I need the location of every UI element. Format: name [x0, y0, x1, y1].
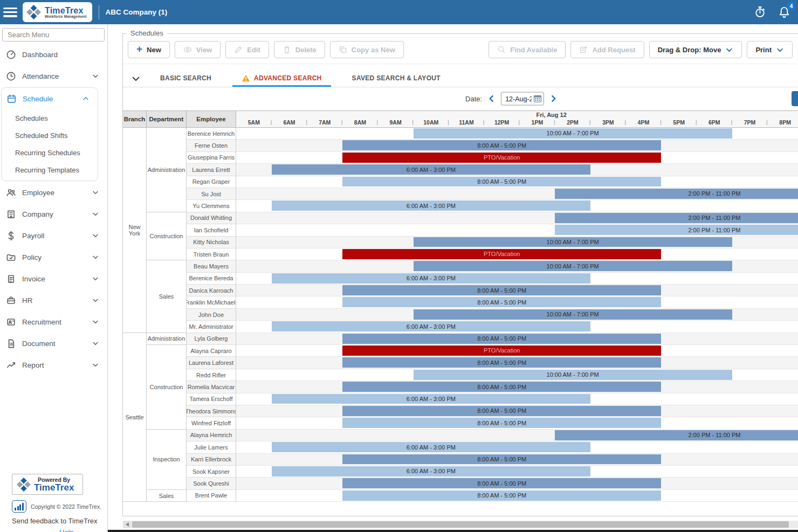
timeline-row[interactable]: 8:00 AM - 5:00 PM: [236, 381, 798, 393]
timeline-row[interactable]: 10:00 AM - 7:00 PM: [236, 128, 798, 140]
timeline-row[interactable]: 8:00 AM - 5:00 PM: [236, 333, 798, 345]
chevron-down-icon: [91, 296, 100, 305]
chevron-right-icon[interactable]: [549, 94, 558, 103]
clipped-edge-button[interactable]: [792, 91, 798, 106]
shift-bar[interactable]: 8:00 AM - 5:00 PM: [342, 140, 661, 150]
new-button[interactable]: + New: [128, 41, 170, 58]
sidebar-item-report[interactable]: Report: [0, 354, 107, 376]
shift-bar[interactable]: 8:00 AM - 5:00 PM: [342, 478, 661, 488]
sidebar-item-hr[interactable]: HR: [0, 289, 107, 311]
timeline-row[interactable]: 6:00 AM - 3:00 PM: [236, 393, 798, 405]
timeline-row[interactable]: 8:00 AM - 5:00 PM: [236, 454, 798, 466]
timeline-row[interactable]: 6:00 AM - 3:00 PM: [236, 466, 798, 478]
shift-bar[interactable]: 10:00 AM - 7:00 PM: [414, 309, 732, 320]
search-menu-input[interactable]: [2, 28, 105, 42]
timeline-row[interactable]: 8:00 AM - 5:00 PM: [236, 357, 798, 369]
sidebar-item-payroll[interactable]: Payroll: [0, 225, 107, 246]
chevron-left-icon[interactable]: [487, 94, 496, 103]
timeline-row[interactable]: 8:00 AM - 5:00 PM: [236, 296, 798, 308]
sidebar-item-employee[interactable]: Employee: [0, 182, 107, 203]
shift-bar[interactable]: 6:00 AM - 3:00 PM: [272, 201, 590, 211]
scrollbar-thumb[interactable]: [132, 521, 789, 528]
shift-bar[interactable]: 10:00 AM - 7:00 PM: [414, 261, 732, 271]
shift-bar[interactable]: 8:00 AM - 5:00 PM: [342, 357, 661, 368]
timeline-row[interactable]: 8:00 AM - 5:00 PM: [236, 176, 798, 188]
scrollbar-track[interactable]: [131, 521, 798, 528]
shift-bar[interactable]: 8:00 AM - 5:00 PM: [342, 297, 661, 307]
timeline-row[interactable]: 6:00 AM - 3:00 PM: [236, 321, 798, 333]
timeline-row[interactable]: 8:00 AM - 5:00 PM: [236, 490, 798, 502]
shift-bar[interactable]: 6:00 AM - 3:00 PM: [272, 394, 590, 404]
bell-icon[interactable]: 4: [778, 6, 790, 18]
shift-bar[interactable]: 8:00 AM - 5:00 PM: [342, 490, 661, 501]
shift-bar[interactable]: 10:00 AM - 7:00 PM: [414, 370, 732, 380]
timeline-row[interactable]: 8:00 AM - 5:00 PM: [236, 417, 798, 429]
hamburger-menu-icon[interactable]: [2, 6, 18, 18]
shift-bar[interactable]: 2:00 PM - 11:00 PM: [555, 189, 798, 199]
pto-shift-bar[interactable]: PTO/Vacation: [342, 346, 661, 356]
shift-bar[interactable]: 6:00 AM - 3:00 PM: [272, 321, 590, 331]
shift-bar[interactable]: 2:00 PM - 11:00 PM: [555, 225, 798, 235]
shift-bar[interactable]: 8:00 AM - 5:00 PM: [342, 406, 661, 416]
timeline-row[interactable]: PTO/Vacation: [236, 152, 798, 164]
drag-drop-mode-button[interactable]: Drag & Drop: Move: [649, 41, 742, 58]
timeline-row[interactable]: 6:00 AM - 3:00 PM: [236, 441, 798, 453]
print-button[interactable]: Print: [747, 41, 793, 58]
shift-bar[interactable]: 6:00 AM - 3:00 PM: [272, 466, 590, 476]
shift-bar[interactable]: 8:00 AM - 5:00 PM: [342, 285, 661, 295]
bar-chart-icon[interactable]: [12, 500, 26, 513]
sidebar-item-invoice[interactable]: Invoice: [0, 268, 107, 289]
timeline-row[interactable]: 10:00 AM - 7:00 PM: [236, 309, 798, 321]
stopwatch-icon[interactable]: [754, 6, 766, 18]
timeline-row[interactable]: 6:00 AM - 3:00 PM: [236, 273, 798, 285]
sidebar-item-recruitment[interactable]: Recruitment: [0, 311, 107, 333]
timeline-row[interactable]: 10:00 AM - 7:00 PM: [236, 369, 798, 381]
shift-bar[interactable]: 10:00 AM - 7:00 PM: [414, 128, 732, 139]
sidebar-subitem-recurring-templates[interactable]: Recurring Templates: [2, 161, 98, 178]
sidebar-subitem-scheduled-shifts[interactable]: Scheduled Shifts: [2, 127, 98, 144]
shift-bar[interactable]: 2:00 PM - 11:00 PM: [555, 430, 798, 440]
sidebar-item-company[interactable]: Company: [0, 203, 107, 225]
timeline-row[interactable]: 10:00 AM - 7:00 PM: [236, 237, 798, 248]
sidebar-subitem-recurring-schedules[interactable]: Recurring Schedules: [2, 144, 98, 161]
shift-bar[interactable]: 6:00 AM - 3:00 PM: [272, 442, 590, 452]
tab-advanced-search[interactable]: ADVANCED SEARCH: [232, 71, 331, 87]
timeline-row[interactable]: 2:00 PM - 11:00 PM: [236, 430, 798, 441]
sidebar-item-document[interactable]: Document: [0, 333, 107, 354]
scroll-left-arrow[interactable]: [123, 521, 131, 528]
collapse-panel-icon[interactable]: [127, 71, 145, 87]
calendar-icon[interactable]: [533, 94, 542, 103]
shift-bar[interactable]: 2:00 PM - 11:00 PM: [555, 213, 798, 223]
shift-bar[interactable]: 8:00 AM - 5:00 PM: [342, 334, 661, 344]
timeline-row[interactable]: 8:00 AM - 5:00 PM: [236, 140, 798, 151]
shift-bar[interactable]: 8:00 AM - 5:00 PM: [342, 418, 661, 428]
send-feedback-link[interactable]: Send feedback to TimeTrex: [12, 517, 107, 525]
sidebar-item-dashboard[interactable]: Dashboard: [0, 44, 107, 65]
sidebar-item-policy[interactable]: Policy: [0, 246, 107, 268]
timeline-row[interactable]: 6:00 AM - 3:00 PM: [236, 164, 798, 176]
timeline-row[interactable]: PTO/Vacation: [236, 345, 798, 357]
tab-basic-search[interactable]: BASIC SEARCH: [151, 71, 221, 87]
timeline-row[interactable]: 2:00 PM - 11:00 PM: [236, 188, 798, 200]
timeline-row[interactable]: 8:00 AM - 5:00 PM: [236, 478, 798, 489]
timeline-row[interactable]: 10:00 AM - 7:00 PM: [236, 260, 798, 272]
timeline-row[interactable]: 6:00 AM - 3:00 PM: [236, 200, 798, 212]
sidebar-item-attendance[interactable]: Attendance: [0, 65, 107, 87]
timeline-row[interactable]: 2:00 PM - 11:00 PM: [236, 224, 798, 236]
pto-shift-bar[interactable]: PTO/Vacation: [342, 249, 661, 259]
shift-bar[interactable]: 8:00 AM - 5:00 PM: [342, 177, 661, 187]
timeline-row[interactable]: 8:00 AM - 5:00 PM: [236, 405, 798, 417]
timeline-row[interactable]: 2:00 PM - 11:00 PM: [236, 212, 798, 224]
timeline-row[interactable]: PTO/Vacation: [236, 248, 798, 260]
shift-bar[interactable]: 10:00 AM - 7:00 PM: [414, 237, 732, 247]
help-link[interactable]: Help: [59, 528, 107, 532]
shift-bar[interactable]: 8:00 AM - 5:00 PM: [342, 454, 661, 465]
shift-bar[interactable]: 6:00 AM - 3:00 PM: [272, 273, 590, 284]
pto-shift-bar[interactable]: PTO/Vacation: [342, 153, 661, 163]
shift-bar[interactable]: 6:00 AM - 3:00 PM: [272, 164, 590, 175]
sidebar-item-schedule[interactable]: Schedule: [2, 88, 98, 109]
timeline-row[interactable]: 8:00 AM - 5:00 PM: [236, 285, 798, 296]
sidebar-subitem-schedules[interactable]: Schedules: [2, 109, 98, 127]
tab-saved-search-layout[interactable]: SAVED SEARCH & LAYOUT: [343, 71, 450, 87]
shift-bar[interactable]: 8:00 AM - 5:00 PM: [342, 382, 661, 392]
